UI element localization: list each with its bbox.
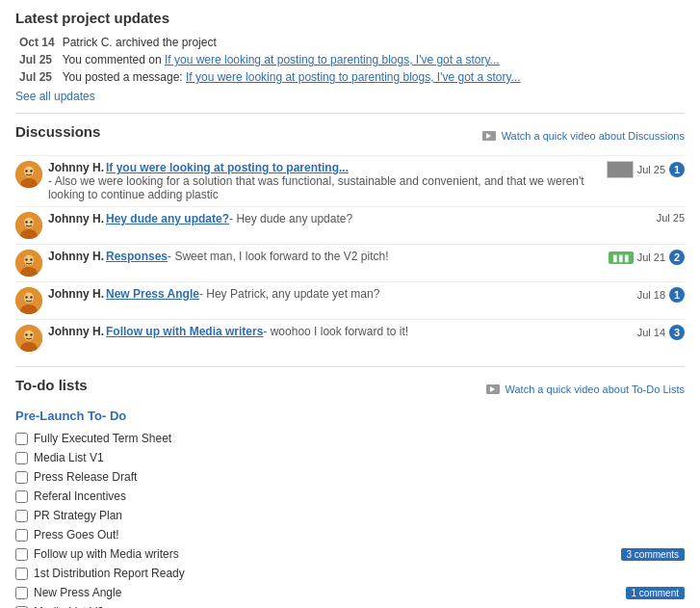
- discussion-subject-link[interactable]: Responses: [106, 250, 168, 263]
- todo-checkbox[interactable]: [15, 529, 28, 542]
- todo-title: To-do lists: [15, 377, 88, 393]
- todo-label: Press Goes Out!: [34, 528, 685, 542]
- todo-checkbox[interactable]: [15, 452, 28, 464]
- discussion-count-badge: 1: [669, 162, 685, 177]
- todo-checkbox[interactable]: [15, 548, 28, 561]
- updates-section: Latest project updates Oct 14Patrick C. …: [15, 10, 685, 103]
- todo-item: Referal Incentives: [15, 487, 685, 506]
- discussion-item: Johnny H. Hey dude any update? - Hey dud…: [15, 206, 685, 244]
- updates-table: Oct 14Patrick C. archived the projectJul…: [15, 34, 685, 86]
- discussion-main: Johnny H. New Press Angle - Hey Patrick,…: [48, 287, 626, 301]
- discussion-thumbnail: [607, 161, 634, 178]
- discussion-count-badge: 3: [669, 325, 685, 340]
- discussion-main: Johnny H. Hey dude any update? - Hey dud…: [48, 212, 645, 225]
- svg-point-14: [30, 258, 32, 260]
- update-date: Jul 25: [15, 68, 59, 86]
- svg-point-3: [25, 170, 27, 172]
- discussion-main: Johnny H. Responses - Sweet man, I look …: [48, 250, 597, 263]
- discussion-user: Johnny H.: [48, 250, 104, 263]
- todo-checkbox[interactable]: [15, 471, 28, 484]
- todo-checkbox[interactable]: [15, 510, 28, 522]
- update-date: Oct 14: [15, 34, 59, 51]
- discussion-count-badge: 1: [669, 287, 685, 303]
- discussion-subject-link[interactable]: If you were looking at posting to parent…: [106, 161, 349, 174]
- discussion-preview: - woohoo I look forward to it!: [263, 325, 408, 338]
- update-link[interactable]: If you were looking at posting to parent…: [165, 53, 500, 66]
- todo-checkbox[interactable]: [15, 490, 28, 503]
- todo-label: Fully Executed Term Sheet: [34, 432, 685, 445]
- todo-item: New Press Angle1 comment: [15, 583, 685, 602]
- discussion-meta: Jul 181: [637, 287, 685, 303]
- todo-item: Media List V1: [15, 448, 685, 467]
- avatar: [15, 161, 42, 188]
- discussion-preview: - Hey Patrick, any update yet man?: [199, 287, 379, 301]
- svg-point-24: [30, 333, 32, 335]
- update-link[interactable]: If you were looking at posting to parent…: [186, 70, 521, 84]
- discussion-date: Jul 25: [657, 212, 685, 224]
- todo-item: PR Strategy Plan: [15, 506, 685, 525]
- discussion-subject-link[interactable]: Follow up with Media writers: [106, 325, 263, 338]
- todo-comment-badge: 3 comments: [621, 548, 685, 561]
- discussion-preview: - Sweet man, I look forward to the V2 pi…: [168, 250, 388, 263]
- discussion-user: Johnny H.: [48, 161, 104, 174]
- discussion-item: Johnny H. Responses - Sweet man, I look …: [15, 244, 685, 281]
- todo-item: Press Release Draft: [15, 467, 685, 487]
- discussion-user: Johnny H.: [48, 212, 104, 225]
- discussion-item: Johnny H. Follow up with Media writers -…: [15, 319, 685, 357]
- todo-label: Press Release Draft: [34, 470, 685, 484]
- discussions-title: Discussions: [15, 123, 100, 140]
- svg-point-9: [30, 221, 32, 223]
- discussion-main: Johnny H. If you were looking at posting…: [48, 161, 595, 201]
- todo-video-link[interactable]: Watch a quick video about To-Do Lists: [486, 383, 685, 395]
- green-badge: ▮▮▮: [609, 251, 634, 264]
- update-row: Jul 25You commented on If you were looki…: [15, 51, 685, 68]
- svg-point-13: [25, 258, 27, 260]
- todo-item: Media List V2: [15, 602, 685, 608]
- todo-items-list: Fully Executed Term SheetMedia List V1Pr…: [15, 429, 685, 608]
- discussion-subject-link[interactable]: New Press Angle: [106, 287, 199, 301]
- todo-section: To-do lists Watch a quick video about To…: [15, 377, 685, 608]
- discussions-section: Discussions Watch a quick video about Di…: [15, 123, 685, 357]
- update-date: Jul 25: [15, 51, 59, 68]
- todo-label: 1st Distribution Report Ready: [34, 567, 685, 580]
- discussion-date: Jul 14: [637, 327, 665, 338]
- todo-checkbox[interactable]: [15, 587, 28, 599]
- see-all-updates-link[interactable]: See all updates: [15, 90, 95, 103]
- svg-point-23: [25, 333, 27, 335]
- discussion-item: Johnny H. If you were looking at posting…: [15, 155, 685, 206]
- discussion-meta: Jul 251: [607, 161, 685, 178]
- avatar: [15, 287, 42, 314]
- todo-label: PR Strategy Plan: [34, 509, 685, 522]
- divider-1: [15, 113, 685, 114]
- discussion-subject-link[interactable]: Hey dude any update?: [106, 212, 229, 225]
- avatar: [15, 325, 42, 352]
- todo-item: Follow up with Media writers3 comments: [15, 544, 685, 564]
- updates-title: Latest project updates: [15, 10, 685, 26]
- todo-video-icon: [486, 384, 500, 394]
- svg-point-4: [30, 170, 32, 172]
- discussion-date: Jul 18: [637, 289, 665, 301]
- avatar: [15, 212, 42, 239]
- discussions-video-link[interactable]: Watch a quick video about Discussions: [482, 130, 685, 142]
- discussion-preview: - Hey dude any update?: [229, 212, 352, 225]
- avatar: [15, 250, 42, 277]
- todo-list-title-link[interactable]: Pre-Launch To- Do: [15, 409, 126, 423]
- todo-item: Fully Executed Term Sheet: [15, 429, 685, 448]
- discussion-meta: Jul 25: [657, 212, 685, 224]
- discussions-list: Johnny H. If you were looking at posting…: [15, 155, 685, 357]
- todo-checkbox[interactable]: [15, 433, 28, 445]
- discussion-date: Jul 25: [637, 164, 665, 175]
- discussion-preview: - Also we were looking for a solution th…: [48, 174, 595, 201]
- divider-2: [15, 366, 685, 367]
- discussion-user: Johnny H.: [48, 287, 104, 301]
- svg-point-18: [25, 296, 27, 298]
- update-text: Patrick C. archived the project: [59, 34, 685, 51]
- discussion-item: Johnny H. New Press Angle - Hey Patrick,…: [15, 281, 685, 319]
- todo-comment-badge: 1 comment: [626, 587, 685, 599]
- todo-checkbox[interactable]: [15, 568, 28, 580]
- todo-label: New Press Angle: [34, 586, 616, 599]
- discussion-date: Jul 21: [637, 251, 665, 263]
- todo-label: Referal Incentives: [34, 489, 685, 503]
- todo-header: To-do lists Watch a quick video about To…: [15, 377, 685, 401]
- todo-label: Follow up with Media writers: [34, 547, 611, 561]
